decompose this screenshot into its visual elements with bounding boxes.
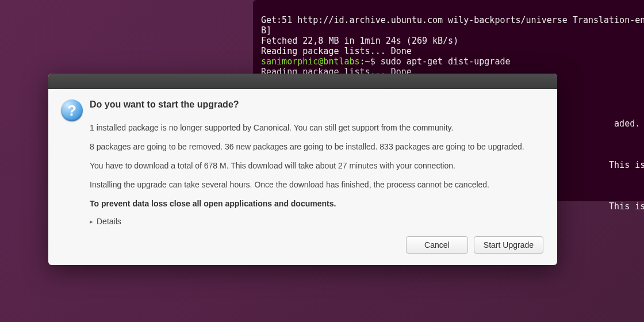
terminal-line: B] — [261, 25, 271, 36]
terminal-line: Get:51 http://id.archive.ubuntu.com wily… — [261, 15, 644, 25]
dialog-text: Installing the upgrade can take several … — [90, 179, 545, 190]
terminal-fragment: aded. — [614, 118, 640, 129]
details-expander[interactable]: ▸ Details — [90, 217, 545, 226]
terminal-prompt-user: sanimorphic@bntlabs — [261, 56, 360, 67]
terminal-fragment: This is discoura — [609, 160, 644, 170]
dialog-title: Do you want to start the upgrade? — [90, 99, 545, 110]
upgrade-dialog: ? Do you want to start the upgrade? 1 in… — [48, 74, 557, 265]
dialog-text: 1 installed package is no longer support… — [90, 122, 545, 133]
dialog-icon-container: ? — [61, 99, 90, 257]
dialog-text: You have to download a total of 678 M. T… — [90, 160, 545, 171]
cancel-button[interactable]: Cancel — [406, 236, 468, 254]
terminal-line: Fetched 22,8 MB in 1min 24s (269 kB/s) — [261, 36, 458, 46]
dialog-text: 8 packages are going to be removed. 36 n… — [90, 141, 545, 152]
details-label: Details — [97, 217, 121, 226]
terminal-fragment: This is discoura — [609, 201, 644, 212]
dialog-warning: To prevent data loss close all open appl… — [90, 198, 545, 209]
terminal-prompt-suffix: :~$ — [360, 56, 381, 67]
help-icon: ? — [61, 99, 83, 121]
chevron-right-icon: ▸ — [90, 218, 93, 225]
dialog-titlebar[interactable] — [48, 74, 557, 89]
terminal-line: Reading package lists... Done — [261, 46, 412, 56]
terminal-command: sudo apt-get dist-upgrade — [381, 56, 511, 67]
help-glyph: ? — [67, 102, 76, 120]
start-upgrade-button[interactable]: Start Upgrade — [474, 236, 543, 254]
